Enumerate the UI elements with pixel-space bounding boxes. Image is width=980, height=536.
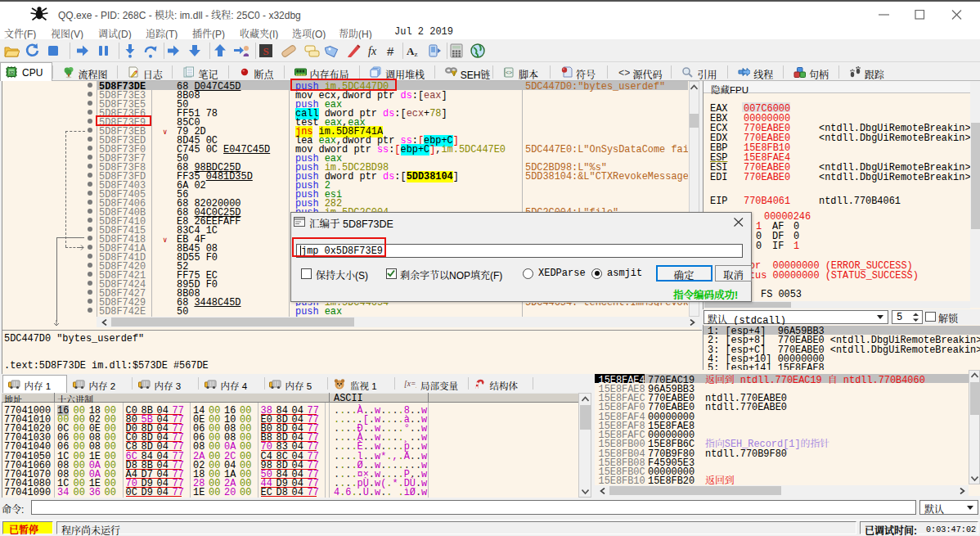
svg-text:#: # <box>387 44 394 58</box>
svg-text:<>: <> <box>618 68 630 79</box>
svg-text:32: 32 <box>9 70 14 75</box>
svg-text:S: S <box>263 45 268 57</box>
svg-text:fx: fx <box>368 45 377 57</box>
svg-text:<>: <> <box>506 70 512 75</box>
svg-text:z: z <box>415 50 418 58</box>
svg-text:[x=]: [x=] <box>404 380 416 388</box>
svg-text:A: A <box>407 45 415 57</box>
